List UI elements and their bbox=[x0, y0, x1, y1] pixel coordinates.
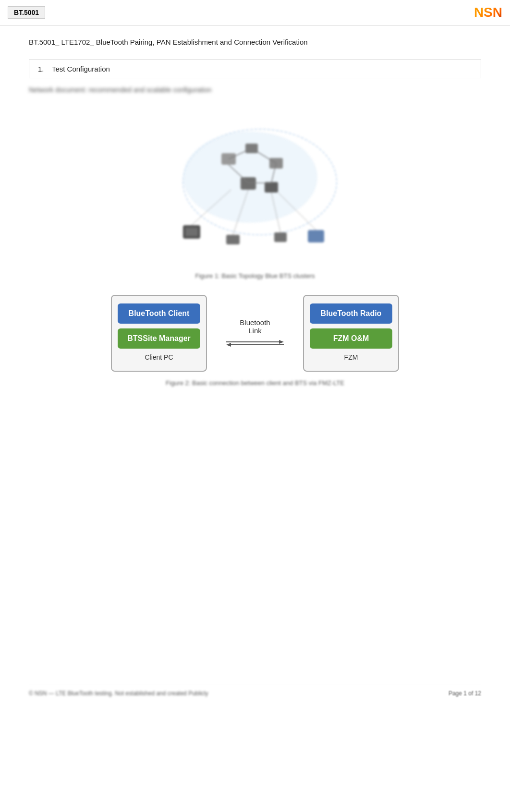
network-diagram-container: Figure 1: Basic Topology Blue BTS cluste… bbox=[29, 105, 481, 279]
svg-rect-13 bbox=[185, 228, 198, 236]
svg-rect-15 bbox=[226, 235, 240, 244]
bluetooth-radio-btn[interactable]: BlueTooth Radio bbox=[310, 303, 392, 324]
footer-copyright: © NSN — LTE BlueTooth testing. Not estab… bbox=[29, 690, 208, 697]
logo: NSN bbox=[464, 4, 502, 21]
section-heading: 1. Test Configuration bbox=[29, 60, 481, 78]
section-title: Test Configuration bbox=[52, 65, 110, 73]
client-pc-box: BlueTooth Client BTSSite Manager Client … bbox=[111, 295, 207, 372]
document-id: BT.5001 bbox=[8, 6, 45, 19]
network-diagram bbox=[154, 105, 356, 268]
main-content: BT.5001_ LTE1702_ BlueTooth Pairing, PAN… bbox=[0, 25, 510, 413]
bts-site-manager-btn[interactable]: BTSSite Manager bbox=[118, 328, 200, 349]
link-arrows-svg bbox=[226, 339, 284, 348]
bluetooth-link-top: Bluetooth bbox=[240, 318, 270, 327]
svg-marker-24 bbox=[226, 343, 231, 347]
svg-marker-22 bbox=[279, 340, 284, 344]
bluetooth-client-btn[interactable]: BlueTooth Client bbox=[118, 303, 200, 324]
footer-page: Page 1 of 12 bbox=[449, 690, 481, 697]
svg-rect-6 bbox=[265, 182, 278, 193]
fzm-oam-btn[interactable]: FZM O&M bbox=[310, 328, 392, 349]
diagram-caption: Figure 1: Basic Topology Blue BTS cluste… bbox=[195, 272, 315, 279]
svg-rect-14 bbox=[308, 230, 324, 242]
svg-rect-16 bbox=[274, 232, 287, 242]
fzm-label: FZM bbox=[310, 353, 392, 361]
footer: © NSN — LTE BlueTooth testing. Not estab… bbox=[29, 684, 481, 697]
document-title: BT.5001_ LTE1702_ BlueTooth Pairing, PAN… bbox=[29, 37, 481, 48]
arch-diagram: BlueTooth Client BTSSite Manager Client … bbox=[29, 295, 481, 372]
header: BT.5001 NSN bbox=[0, 0, 510, 25]
client-pc-label: Client PC bbox=[118, 353, 200, 361]
bluetooth-link-bottom: Link bbox=[248, 327, 262, 335]
svg-rect-5 bbox=[241, 177, 256, 190]
fzm-box: BlueTooth Radio FZM O&M FZM bbox=[303, 295, 399, 372]
bluetooth-link-area: Bluetooth Link bbox=[226, 318, 284, 348]
section-number: 1. bbox=[38, 65, 44, 73]
arch-caption: Figure 2: Basic connection between clien… bbox=[29, 379, 481, 387]
nsn-logo: NSN bbox=[474, 5, 502, 20]
blurred-subtitle: Network document: recommended and scalab… bbox=[29, 86, 481, 94]
